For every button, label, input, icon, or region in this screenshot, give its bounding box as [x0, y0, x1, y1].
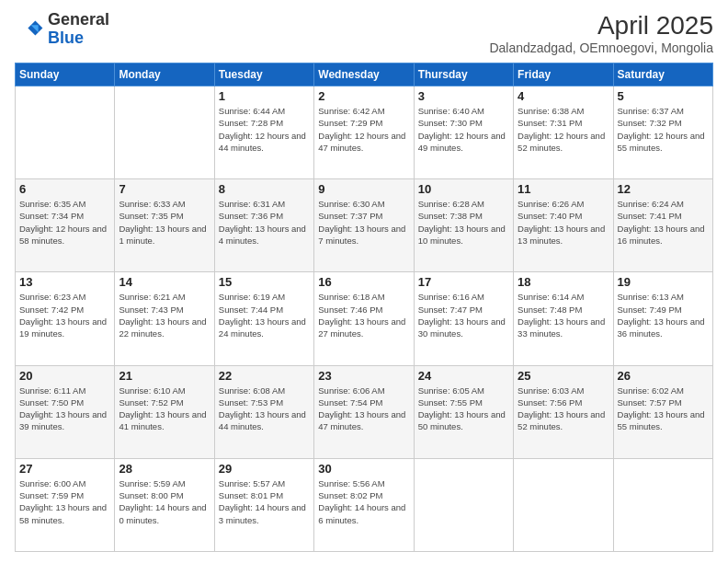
- day-number: 19: [618, 275, 709, 289]
- day-cell: 29Sunrise: 5:57 AM Sunset: 8:01 PM Dayli…: [214, 458, 313, 551]
- day-info: Sunrise: 6:05 AM Sunset: 7:55 PM Dayligh…: [418, 385, 509, 433]
- day-number: 2: [318, 89, 409, 103]
- day-info: Sunrise: 5:57 AM Sunset: 8:01 PM Dayligh…: [219, 477, 310, 526]
- day-info: Sunrise: 6:18 AM Sunset: 7:46 PM Dayligh…: [318, 291, 409, 339]
- day-number: 25: [518, 369, 609, 383]
- day-info: Sunrise: 6:21 AM Sunset: 7:43 PM Dayligh…: [119, 291, 210, 339]
- day-info: Sunrise: 6:38 AM Sunset: 7:31 PM Dayligh…: [518, 105, 609, 154]
- day-number: 13: [19, 275, 110, 289]
- day-cell: 14Sunrise: 6:21 AM Sunset: 7:43 PM Dayli…: [115, 272, 214, 365]
- day-info: Sunrise: 5:56 AM Sunset: 8:02 PM Dayligh…: [318, 477, 409, 526]
- day-cell: 4Sunrise: 6:38 AM Sunset: 7:31 PM Daylig…: [514, 86, 613, 179]
- day-number: 14: [119, 275, 210, 289]
- day-cell: 10Sunrise: 6:28 AM Sunset: 7:38 PM Dayli…: [414, 179, 513, 272]
- day-cell: 27Sunrise: 6:00 AM Sunset: 7:59 PM Dayli…: [16, 458, 115, 551]
- day-number: 29: [219, 462, 310, 476]
- day-info: Sunrise: 6:08 AM Sunset: 7:53 PM Dayligh…: [219, 385, 310, 433]
- title-block: April 2025 Dalandzadgad, OEmnoegovi, Mon…: [489, 11, 713, 55]
- logo-text: General Blue: [48, 11, 109, 48]
- day-cell: 11Sunrise: 6:26 AM Sunset: 7:40 PM Dayli…: [514, 179, 613, 272]
- day-cell: 30Sunrise: 5:56 AM Sunset: 8:02 PM Dayli…: [314, 458, 414, 551]
- day-cell: 3Sunrise: 6:40 AM Sunset: 7:30 PM Daylig…: [414, 86, 513, 179]
- day-info: Sunrise: 6:03 AM Sunset: 7:56 PM Dayligh…: [518, 385, 609, 433]
- day-info: Sunrise: 6:33 AM Sunset: 7:35 PM Dayligh…: [119, 198, 210, 247]
- day-info: Sunrise: 6:11 AM Sunset: 7:50 PM Dayligh…: [19, 385, 110, 433]
- day-number: 3: [418, 89, 509, 103]
- col-header-wednesday: Wednesday: [314, 63, 414, 86]
- day-cell: 15Sunrise: 6:19 AM Sunset: 7:44 PM Dayli…: [214, 272, 313, 365]
- day-number: 22: [219, 369, 310, 383]
- day-number: 30: [318, 462, 409, 476]
- day-cell: 18Sunrise: 6:14 AM Sunset: 7:48 PM Dayli…: [514, 272, 613, 365]
- col-header-sunday: Sunday: [16, 63, 115, 86]
- day-cell: 28Sunrise: 5:59 AM Sunset: 8:00 PM Dayli…: [115, 458, 214, 551]
- day-number: 11: [518, 182, 609, 196]
- day-cell: 16Sunrise: 6:18 AM Sunset: 7:46 PM Dayli…: [314, 272, 414, 365]
- day-cell: 2Sunrise: 6:42 AM Sunset: 7:29 PM Daylig…: [314, 86, 414, 179]
- day-info: Sunrise: 6:23 AM Sunset: 7:42 PM Dayligh…: [19, 291, 110, 339]
- day-cell: 13Sunrise: 6:23 AM Sunset: 7:42 PM Dayli…: [16, 272, 115, 365]
- day-number: 1: [219, 89, 310, 103]
- col-header-saturday: Saturday: [613, 63, 712, 86]
- week-row-5: 27Sunrise: 6:00 AM Sunset: 7:59 PM Dayli…: [16, 458, 713, 551]
- day-cell: 12Sunrise: 6:24 AM Sunset: 7:41 PM Dayli…: [613, 179, 712, 272]
- col-header-friday: Friday: [514, 63, 613, 86]
- week-row-1: 1Sunrise: 6:44 AM Sunset: 7:28 PM Daylig…: [16, 86, 713, 179]
- day-info: Sunrise: 6:42 AM Sunset: 7:29 PM Dayligh…: [318, 105, 409, 154]
- day-info: Sunrise: 6:13 AM Sunset: 7:49 PM Dayligh…: [618, 291, 709, 339]
- header: General Blue April 2025 Dalandzadgad, OE…: [15, 11, 713, 55]
- day-number: 5: [618, 89, 709, 103]
- day-cell: [613, 458, 712, 551]
- day-number: 7: [119, 182, 210, 196]
- day-number: 17: [418, 275, 509, 289]
- day-cell: [514, 458, 613, 551]
- day-number: 12: [618, 182, 709, 196]
- day-cell: 23Sunrise: 6:06 AM Sunset: 7:54 PM Dayli…: [314, 365, 414, 458]
- day-info: Sunrise: 6:35 AM Sunset: 7:34 PM Dayligh…: [19, 198, 110, 247]
- day-info: Sunrise: 6:02 AM Sunset: 7:57 PM Dayligh…: [618, 385, 709, 433]
- day-cell: 1Sunrise: 6:44 AM Sunset: 7:28 PM Daylig…: [214, 86, 313, 179]
- logo-icon: [15, 15, 44, 44]
- day-number: 20: [19, 369, 110, 383]
- day-cell: [414, 458, 513, 551]
- week-row-4: 20Sunrise: 6:11 AM Sunset: 7:50 PM Dayli…: [16, 365, 713, 458]
- day-info: Sunrise: 6:14 AM Sunset: 7:48 PM Dayligh…: [518, 291, 609, 339]
- day-info: Sunrise: 6:10 AM Sunset: 7:52 PM Dayligh…: [119, 385, 210, 433]
- day-cell: [16, 86, 115, 179]
- day-number: 4: [518, 89, 609, 103]
- day-info: Sunrise: 6:40 AM Sunset: 7:30 PM Dayligh…: [418, 105, 509, 154]
- day-number: 24: [418, 369, 509, 383]
- day-info: Sunrise: 6:16 AM Sunset: 7:47 PM Dayligh…: [418, 291, 509, 339]
- day-cell: 25Sunrise: 6:03 AM Sunset: 7:56 PM Dayli…: [514, 365, 613, 458]
- day-cell: 5Sunrise: 6:37 AM Sunset: 7:32 PM Daylig…: [613, 86, 712, 179]
- day-cell: 21Sunrise: 6:10 AM Sunset: 7:52 PM Dayli…: [115, 365, 214, 458]
- day-number: 8: [219, 182, 310, 196]
- col-header-thursday: Thursday: [414, 63, 513, 86]
- day-info: Sunrise: 6:31 AM Sunset: 7:36 PM Dayligh…: [219, 198, 310, 247]
- day-number: 21: [119, 369, 210, 383]
- day-cell: 22Sunrise: 6:08 AM Sunset: 7:53 PM Dayli…: [214, 365, 313, 458]
- week-row-3: 13Sunrise: 6:23 AM Sunset: 7:42 PM Dayli…: [16, 272, 713, 365]
- day-info: Sunrise: 6:44 AM Sunset: 7:28 PM Dayligh…: [219, 105, 310, 154]
- day-info: Sunrise: 5:59 AM Sunset: 8:00 PM Dayligh…: [119, 477, 210, 526]
- day-number: 18: [518, 275, 609, 289]
- day-number: 15: [219, 275, 310, 289]
- day-info: Sunrise: 6:19 AM Sunset: 7:44 PM Dayligh…: [219, 291, 310, 339]
- day-number: 26: [618, 369, 709, 383]
- day-cell: 9Sunrise: 6:30 AM Sunset: 7:37 PM Daylig…: [314, 179, 414, 272]
- day-number: 16: [318, 275, 409, 289]
- day-info: Sunrise: 6:37 AM Sunset: 7:32 PM Dayligh…: [618, 105, 709, 154]
- main-title: April 2025: [489, 11, 713, 40]
- day-cell: 17Sunrise: 6:16 AM Sunset: 7:47 PM Dayli…: [414, 272, 513, 365]
- day-number: 28: [119, 462, 210, 476]
- day-info: Sunrise: 6:06 AM Sunset: 7:54 PM Dayligh…: [318, 385, 409, 433]
- day-info: Sunrise: 6:28 AM Sunset: 7:38 PM Dayligh…: [418, 198, 509, 247]
- week-row-2: 6Sunrise: 6:35 AM Sunset: 7:34 PM Daylig…: [16, 179, 713, 272]
- logo: General Blue: [15, 11, 109, 48]
- col-header-monday: Monday: [115, 63, 214, 86]
- col-header-tuesday: Tuesday: [214, 63, 313, 86]
- day-info: Sunrise: 6:30 AM Sunset: 7:37 PM Dayligh…: [318, 198, 409, 247]
- day-info: Sunrise: 6:26 AM Sunset: 7:40 PM Dayligh…: [518, 198, 609, 247]
- day-cell: 24Sunrise: 6:05 AM Sunset: 7:55 PM Dayli…: [414, 365, 513, 458]
- page: General Blue April 2025 Dalandzadgad, OE…: [0, 0, 728, 563]
